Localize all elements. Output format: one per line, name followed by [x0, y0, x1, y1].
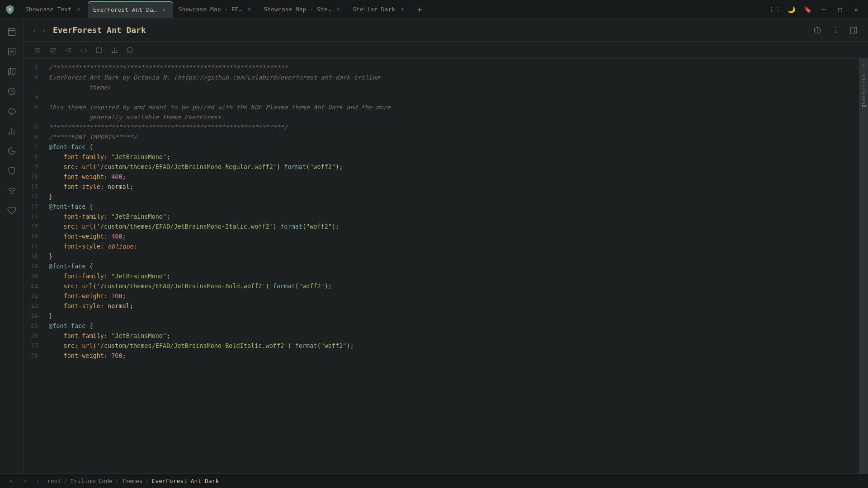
sidebar-icon-cloud[interactable]	[3, 102, 21, 120]
tab-everforest-ant-dark[interactable]: EverForest Ant Da… ✕	[88, 1, 173, 18]
editor-title: EverForest Ant Dark	[53, 25, 810, 35]
tab-label: EverForest Ant Da…	[93, 6, 157, 13]
navigation-arrows: ‹ ›	[31, 25, 47, 36]
breadcrumb: root / Trilium Code / Themes / EverFores…	[47, 478, 219, 484]
code-line-7: 7 @font-face {	[24, 142, 859, 152]
code-line-27: 27 src: url('/custom/themes/EFAD/JetBrai…	[24, 341, 859, 351]
maximize-button[interactable]: □	[834, 3, 846, 16]
tab-label: Showcase Map - Ste…	[264, 6, 331, 13]
tab-stellar-dark[interactable]: Stellar Dark ✕	[347, 1, 411, 18]
sidebar-icon-note[interactable]	[3, 42, 21, 61]
night-mode-icon[interactable]: 🌙	[785, 3, 797, 16]
breadcrumb-current: EverForest Ant Dark	[152, 478, 219, 484]
sidebar-icon-moon[interactable]	[3, 142, 21, 160]
tab-close-showcase-map-ef[interactable]: ✕	[246, 6, 253, 13]
svg-rect-19	[850, 27, 857, 33]
tab-close-showcase-map-ste[interactable]: ✕	[335, 6, 342, 13]
breadcrumb-sep-2: /	[115, 478, 119, 484]
code-line-18: 18 }	[24, 251, 859, 261]
breadcrumb-trilium-code[interactable]: Trilium Code	[70, 478, 113, 484]
code-line-8: 8 font-family: "JetBrainsMono";	[24, 152, 859, 162]
code-line-9: 9 src: url('/custom/themes/EFAD/JetBrain…	[24, 162, 859, 172]
bookmark-icon[interactable]: 🔖	[801, 3, 814, 16]
code-line-14: 14 font-family: "JetBrainsMono";	[24, 211, 859, 221]
code-line-4-cont: generally available theme EverForest.	[24, 112, 859, 122]
sidebar-icon-clock[interactable]	[3, 82, 21, 100]
code-line-22: 22 font-weight: 700;	[24, 291, 859, 301]
tab-showcase-map-ef[interactable]: Showcase Map - EF… ✕	[173, 1, 259, 18]
code-line-6: 6 /*****FONT IMPORTS*****/	[24, 132, 859, 142]
new-tab-button[interactable]: +	[413, 3, 426, 16]
code-line-15: 15 src: url('/custom/themes/EFAD/JetBrai…	[24, 221, 859, 231]
minimize-button[interactable]: ─	[817, 3, 830, 16]
close-button[interactable]: ✕	[850, 3, 863, 16]
status-back-button[interactable]: ‹	[20, 476, 31, 487]
code-line-25: 25 @font-face {	[24, 321, 859, 331]
sidebar-icon-map[interactable]	[3, 62, 21, 80]
backlinks-panel: ✕ backlinks 2	[859, 59, 868, 474]
breadcrumb-root[interactable]: root	[47, 478, 61, 484]
svg-marker-9	[8, 68, 15, 75]
toolbar-code-icon[interactable]	[77, 44, 90, 56]
tab-showcase-map-ste[interactable]: Showcase Map - Ste… ✕	[259, 1, 348, 18]
tab-showcase-text[interactable]: Showcase Text ✕	[20, 1, 88, 18]
sidebar-icon-calendar[interactable]	[3, 23, 21, 41]
code-line-5: 5 **************************************…	[24, 122, 859, 132]
toolbar-map-icon[interactable]	[92, 44, 106, 56]
history-icon[interactable]	[810, 23, 825, 38]
backlinks-close-icon[interactable]: ✕	[859, 61, 868, 70]
svg-point-0	[9, 8, 11, 11]
menu-icon[interactable]: ⋮⋮	[769, 3, 781, 16]
tab-label: Showcase Map - EF…	[179, 6, 242, 13]
code-line-28: 28 font-weight: 700;	[24, 351, 859, 361]
svg-rect-1	[8, 28, 15, 35]
app-logo	[2, 1, 18, 18]
sidebar-icon-star[interactable]	[3, 202, 21, 220]
code-line-26: 26 font-family: "JetBrainsMono";	[24, 331, 859, 341]
status-forward-button[interactable]: ›	[33, 476, 43, 487]
nav-back-icon[interactable]: ‹	[31, 25, 38, 36]
toolbar-info-icon[interactable]	[123, 44, 137, 56]
code-line-17: 17 font-style: oblique;	[24, 241, 859, 251]
main-layout: ‹ › EverForest Ant Dark ⋮	[0, 19, 868, 474]
toolbar-format-icon[interactable]	[31, 44, 44, 56]
tab-close-showcase-text[interactable]: ✕	[75, 6, 82, 13]
nav-forward-icon[interactable]: ›	[40, 25, 47, 36]
status-navigation: ‹ ›	[20, 476, 43, 487]
more-options-icon[interactable]: ⋮	[828, 23, 843, 38]
code-line-11: 11 font-style: normal;	[24, 182, 859, 192]
sidebar-icon-shield[interactable]	[3, 162, 21, 180]
backlinks-count: 2	[861, 104, 867, 108]
code-line-1: 1 /*************************************…	[24, 62, 859, 72]
sidebar-icon-wifi[interactable]	[3, 182, 21, 200]
toolbar-align-left-icon[interactable]	[46, 44, 60, 56]
window-controls: ⋮⋮ 🌙 🔖 ─ □ ✕	[769, 3, 866, 16]
toolbar-indent-icon[interactable]	[61, 44, 75, 56]
code-editor[interactable]: 1 /*************************************…	[24, 59, 859, 474]
tab-close-stellar-dark[interactable]: ✕	[399, 6, 406, 13]
code-line-16: 16 font-weight: 400;	[24, 231, 859, 241]
editor-header: ‹ › EverForest Ant Dark ⋮	[24, 19, 868, 42]
code-line-4: 4 This theme inspired by and meant to be…	[24, 102, 859, 112]
breadcrumb-sep-3: /	[146, 478, 149, 484]
panel-toggle-icon[interactable]	[846, 23, 861, 38]
tab-close-everforest[interactable]: ✕	[160, 6, 168, 14]
code-line-20: 20 font-family: "JetBrainsMono";	[24, 271, 859, 281]
backlinks-label: backlinks	[861, 73, 867, 104]
code-line-2: 2 EverForest Ant Dark by Octavia N. (htt…	[24, 72, 859, 82]
sidebar	[0, 19, 24, 474]
tab-bar: Showcase Text ✕ EverForest Ant Da… ✕ Sho…	[0, 0, 868, 19]
svg-marker-30	[96, 47, 102, 53]
code-line-19: 19 @font-face {	[24, 261, 859, 271]
code-line-2-cont: theme)	[24, 82, 859, 92]
breadcrumb-themes[interactable]: Themes	[122, 478, 143, 484]
code-line-23: 23 font-style: normal;	[24, 301, 859, 311]
code-line-10: 10 font-weight: 400;	[24, 172, 859, 182]
code-line-13: 13 @font-face {	[24, 202, 859, 211]
sidebar-icon-chart[interactable]	[3, 122, 21, 140]
editor-toolbar	[24, 42, 868, 59]
header-actions: ⋮	[810, 23, 861, 38]
editor-body: 1 /*************************************…	[24, 59, 868, 474]
status-expand-icon[interactable]: »	[5, 476, 16, 487]
toolbar-chart-icon[interactable]	[108, 44, 121, 56]
